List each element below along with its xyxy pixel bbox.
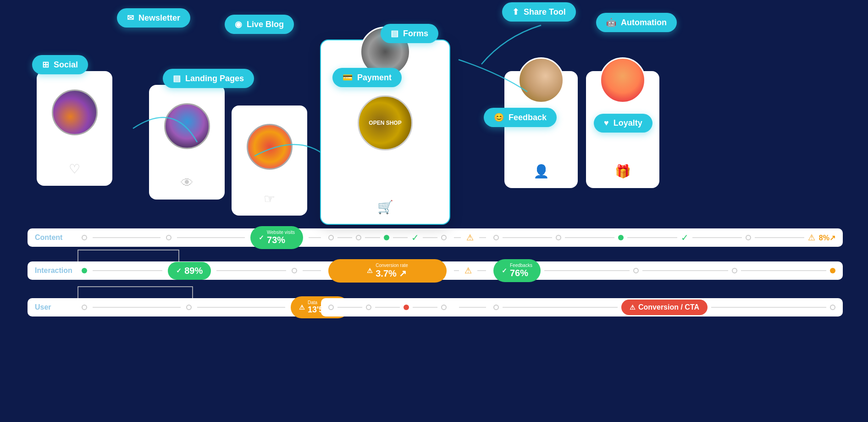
badge-loyalty[interactable]: ♥ Loyalty <box>594 114 652 133</box>
card-social-bottom-icon: ♡ <box>69 161 80 177</box>
card-interaction-image <box>247 124 293 170</box>
right-content-row: ✓ ⚠ 8%↗ <box>486 228 843 247</box>
center-percent: 3.7% ↗ <box>376 268 407 279</box>
badge-newsletter[interactable]: ✉ Newsletter <box>117 8 190 28</box>
dot-u2 <box>186 305 192 310</box>
badge-feedback[interactable]: 😊 Feedback <box>484 108 557 127</box>
rc-warn: ⚠ <box>808 233 815 243</box>
dot-u1 <box>82 305 87 310</box>
card-right2-image <box>600 57 646 103</box>
line2 <box>177 237 245 238</box>
cc-line3 <box>393 237 408 238</box>
right-content-track: ✓ ⚠ 8%↗ <box>486 228 843 247</box>
warn1: ⚠ <box>466 233 474 243</box>
interaction-check: ✓ <box>176 267 182 274</box>
ri-line1 <box>544 270 630 271</box>
badge-loyalty-label: Loyalty <box>614 118 642 128</box>
badge-liveblog[interactable]: ◉ Live Blog <box>225 15 294 34</box>
rc-line3 <box>627 237 677 238</box>
center-interaction-row: ⚠ Conversion rate 3.7% ↗ <box>321 261 454 280</box>
card-right2-bottom-icon: 🎁 <box>615 164 631 179</box>
rc-dot2 <box>556 235 561 240</box>
right-conversion-label: Conversion / CTA <box>638 303 699 311</box>
center-badge-text: Conversion rate 3.7% ↗ <box>376 263 408 279</box>
rc-line2 <box>565 237 614 238</box>
interaction-badge: ✓ 89% <box>168 262 211 280</box>
badge-payment[interactable]: 💳 Payment <box>332 68 402 87</box>
badge-liveblog-label: Live Blog <box>247 20 284 29</box>
center-warn: ⚠ <box>367 267 373 274</box>
cu-line2 <box>375 307 400 308</box>
cc-check: ✓ <box>411 232 419 243</box>
right-interaction-row: ✓ Feedbacks 76% <box>486 261 843 280</box>
line-i1 <box>93 270 162 271</box>
line1 <box>93 237 160 238</box>
warn-interaction: ⚠ <box>464 266 472 276</box>
ri-line2 <box>642 270 728 271</box>
user-sublabel: Data <box>308 300 317 305</box>
cu-dot1 <box>328 305 334 310</box>
payment-icon: 💳 <box>343 72 353 83</box>
loyalty-icon: ♥ <box>604 118 609 128</box>
cc-line1 <box>337 237 352 238</box>
left-content-row: Content ✓ Website visits 73% ⚠ <box>28 228 565 247</box>
left-content-label: Content <box>35 233 76 242</box>
card-social-image <box>52 89 98 135</box>
bracket-svg-user <box>69 282 202 298</box>
card-landing-pages: 👁 <box>149 85 225 200</box>
rc-dot3 <box>746 235 751 240</box>
cc-line4 <box>423 237 437 238</box>
left-user-track: User ⚠ Data 13'586min <box>28 298 565 316</box>
newsletter-icon: ✉ <box>127 13 134 23</box>
left-interaction-row: Interaction ✓ 89% ⚠ <box>28 261 565 280</box>
right-conversion-badge: ⚠ Conversion / CTA <box>621 300 708 315</box>
main-container: ⊞ Social ✉ Newsletter ◉ Live Blog ▤ Land… <box>0 0 868 422</box>
bracket-svg-interaction <box>64 245 202 261</box>
rc-green-dot <box>618 235 624 240</box>
center-interaction-track: ⚠ Conversion rate 3.7% ↗ <box>321 261 454 280</box>
cc-green-dot <box>384 235 389 240</box>
badge-landing-pages[interactable]: ▤ Landing Pages <box>163 69 254 88</box>
badge-automation-label: Automation <box>621 18 667 28</box>
user-warn: ⚠ <box>299 304 305 311</box>
card-forms-bottom-icon: 🛒 <box>377 200 393 215</box>
badge-share-tool-label: Share Tool <box>524 7 566 17</box>
badge-newsletter-label: Newsletter <box>138 13 180 23</box>
landing-pages-icon: ▤ <box>173 73 181 83</box>
cc-dot2 <box>356 235 361 240</box>
center-user-row <box>321 298 454 316</box>
badge-forms[interactable]: ▤ Forms <box>381 24 438 43</box>
content-percent: 73% <box>267 235 285 245</box>
ru-line2 <box>711 307 826 308</box>
badge-social-label: Social <box>54 60 78 70</box>
center-content-row: ✓ <box>321 228 454 247</box>
line-u1 <box>93 307 181 308</box>
ri-line3 <box>741 270 826 271</box>
ru-dot1 <box>493 305 499 310</box>
feedback-icon: 😊 <box>494 112 504 122</box>
rc-percent: 8%↗ <box>819 233 835 242</box>
cu-dot3 <box>441 305 447 310</box>
badge-landing-pages-label: Landing Pages <box>185 74 244 83</box>
cc-dot3 <box>441 235 447 240</box>
rc-dot1 <box>493 235 499 240</box>
content-check: ✓ <box>259 234 264 241</box>
right-feedback-sublabel: Feedbacks <box>510 263 532 268</box>
card-interaction: ☞ <box>232 106 307 216</box>
badge-automation[interactable]: 🤖 Automation <box>596 13 677 32</box>
cu-line3 <box>413 307 437 308</box>
badge-share-tool[interactable]: ⬆ Share Tool <box>502 2 576 22</box>
badge-social[interactable]: ⊞ Social <box>32 55 88 74</box>
card-right1: 👤 <box>504 71 578 188</box>
badge-feedback-label: Feedback <box>509 113 547 122</box>
liveblog-icon: ◉ <box>235 19 242 29</box>
center-sublabel: Conversion rate <box>376 263 408 268</box>
cc-dot1 <box>328 235 334 240</box>
card-right1-image <box>518 57 564 103</box>
card-landing-bottom-icon: 👁 <box>181 175 194 190</box>
left-user-row: User ⚠ Data 13'586min <box>28 298 565 316</box>
dot1 <box>82 235 87 240</box>
ri-dot2 <box>732 268 737 273</box>
right-feedback-text: Feedbacks 76% <box>510 263 532 278</box>
center-user-track <box>321 298 454 316</box>
